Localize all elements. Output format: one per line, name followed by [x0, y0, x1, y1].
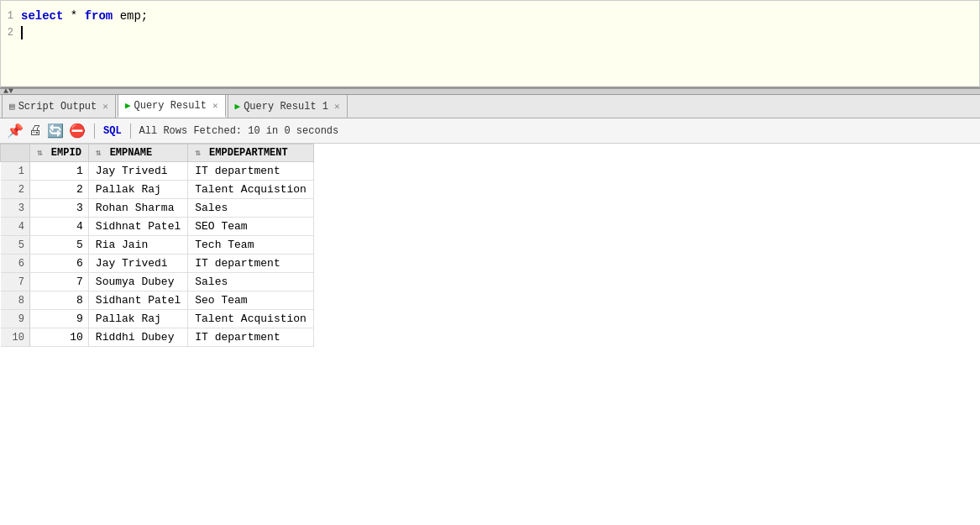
toolbar-stop-btn[interactable]: ⛔ — [69, 123, 86, 139]
results-table: ⇅ EMPID ⇅ EMPNAME ⇅ EMPDEPARTMENT 11Jay … — [0, 144, 314, 347]
cell-empdepartment: Sales — [188, 273, 314, 291]
cell-empid: 9 — [30, 310, 89, 328]
cell-empid: 1 — [30, 162, 89, 181]
tab-query-result-close[interactable]: ✕ — [212, 100, 218, 111]
sql-editor[interactable]: 1 2 select * from emp; — [0, 0, 980, 88]
cell-empname: Sidhnat Patel — [88, 218, 187, 236]
script-output-icon: ▤ — [9, 101, 15, 112]
row-num-header — [1, 144, 30, 162]
tab-script-output[interactable]: ▤ Script Output ✕ — [2, 95, 116, 118]
table-row[interactable]: 22Pallak RajTalent Acquistion — [1, 181, 314, 199]
row-number: 1 — [1, 162, 30, 181]
cell-empname: Sidhant Patel — [88, 291, 187, 310]
toolbar-status-text: All Rows Fetched: 10 in 0 seconds — [139, 125, 339, 137]
toolbar-separator — [94, 123, 95, 139]
cell-empname: Jay Trivedi — [88, 162, 187, 181]
empdepartment-sort-icon: ⇅ — [195, 148, 201, 158]
cell-empname: Soumya Dubey — [88, 273, 187, 291]
tab-script-output-label: Script Output — [18, 101, 97, 113]
cell-empid: 7 — [30, 273, 89, 291]
toolbar: 📌 🖨 🔄 ⛔ SQL All Rows Fetched: 10 in 0 se… — [0, 118, 980, 144]
query-result-1-play-icon: ▶ — [235, 101, 241, 112]
toolbar-separator-2 — [130, 123, 131, 139]
query-result-play-icon: ▶ — [125, 100, 131, 111]
table-row[interactable]: 77Soumya DubeySales — [1, 273, 314, 291]
tab-query-result[interactable]: ▶ Query Result ✕ — [118, 95, 226, 118]
table-row[interactable]: 33Rohan SharmaSales — [1, 199, 314, 218]
row-number: 4 — [1, 218, 30, 236]
table-row[interactable]: 1010Riddhi DubeyIT department — [1, 328, 314, 347]
cell-empid: 4 — [30, 218, 89, 236]
col-header-empname[interactable]: ⇅ EMPNAME — [88, 144, 187, 162]
empid-sort-icon: ⇅ — [37, 148, 43, 158]
cell-empdepartment: Talent Acquistion — [188, 181, 314, 199]
line-numbers: 1 2 — [1, 8, 16, 41]
toolbar-pin-btn[interactable]: 📌 — [7, 123, 24, 139]
cell-empid: 3 — [30, 199, 89, 218]
row-number: 8 — [1, 291, 30, 310]
cell-empid: 6 — [30, 255, 89, 273]
cell-empname: Riddhi Dubey — [88, 328, 187, 347]
tab-script-output-close[interactable]: ✕ — [102, 101, 108, 112]
cell-empid: 10 — [30, 328, 89, 347]
cell-empdepartment: Sales — [188, 199, 314, 218]
toolbar-save-btn[interactable]: 🖨 — [29, 123, 42, 139]
tab-query-result-1[interactable]: ▶ Query Result 1 ✕ — [228, 95, 348, 118]
row-number: 9 — [1, 310, 30, 328]
cell-empdepartment: Seo Team — [188, 291, 314, 310]
cell-empdepartment: IT department — [188, 162, 314, 181]
cell-empid: 2 — [30, 181, 89, 199]
row-number: 2 — [1, 181, 30, 199]
toolbar-sql-label: SQL — [103, 125, 122, 137]
cell-empdepartment: SEO Team — [188, 218, 314, 236]
tab-bar: ▤ Script Output ✕ ▶ Query Result ✕ ▶ Que… — [0, 95, 980, 118]
tab-query-result-1-close[interactable]: ✕ — [334, 101, 340, 112]
cell-empname: Pallak Raj — [88, 181, 187, 199]
table-row[interactable]: 44Sidhnat PatelSEO Team — [1, 218, 314, 236]
empname-sort-icon: ⇅ — [96, 148, 102, 158]
col-header-empid[interactable]: ⇅ EMPID — [30, 144, 89, 162]
row-number: 5 — [1, 236, 30, 255]
cell-empdepartment: Tech Team — [188, 236, 314, 255]
table-row[interactable]: 66Jay TrivediIT department — [1, 255, 314, 273]
cell-empdepartment: Talent Acquistion — [188, 310, 314, 328]
cell-empdepartment: IT department — [188, 255, 314, 273]
cell-empname: Rohan Sharma — [88, 199, 187, 218]
code-content: select * from emp; — [18, 8, 972, 41]
col-header-empdepartment[interactable]: ⇅ EMPDEPARTMENT — [188, 144, 314, 162]
toolbar-refresh-btn[interactable]: 🔄 — [47, 123, 64, 139]
cell-empid: 5 — [30, 236, 89, 255]
cell-empname: Ria Jain — [88, 236, 187, 255]
cell-empname: Jay Trivedi — [88, 255, 187, 273]
cell-empid: 8 — [30, 291, 89, 310]
row-number: 7 — [1, 273, 30, 291]
tab-query-result-1-label: Query Result 1 — [244, 101, 328, 113]
tab-query-result-label: Query Result — [134, 100, 207, 112]
row-number: 10 — [1, 328, 30, 347]
table-row[interactable]: 55Ria JainTech Team — [1, 236, 314, 255]
resize-handle[interactable]: ▲▼ — [0, 88, 980, 95]
row-number: 3 — [1, 199, 30, 218]
table-row[interactable]: 99Pallak RajTalent Acquistion — [1, 310, 314, 328]
cell-empname: Pallak Raj — [88, 310, 187, 328]
table-row[interactable]: 11Jay TrivediIT department — [1, 162, 314, 181]
results-area[interactable]: ⇅ EMPID ⇅ EMPNAME ⇅ EMPDEPARTMENT 11Jay … — [0, 144, 980, 525]
row-number: 6 — [1, 255, 30, 273]
cell-empdepartment: IT department — [188, 328, 314, 347]
table-row[interactable]: 88Sidhant PatelSeo Team — [1, 291, 314, 310]
